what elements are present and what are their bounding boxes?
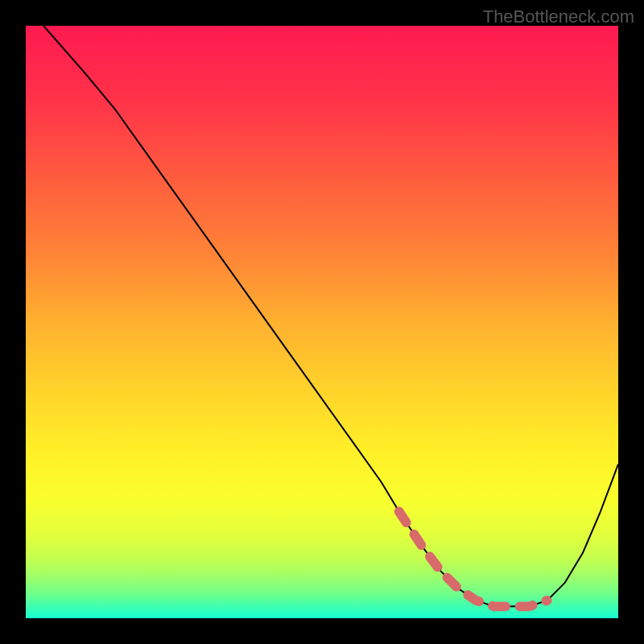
optimal-band-highlight <box>399 512 547 607</box>
chart-plot-area <box>26 26 618 618</box>
chart-overlay <box>26 26 618 618</box>
chart-curve <box>43 26 618 606</box>
watermark-text: TheBottleneck.com <box>483 6 634 27</box>
